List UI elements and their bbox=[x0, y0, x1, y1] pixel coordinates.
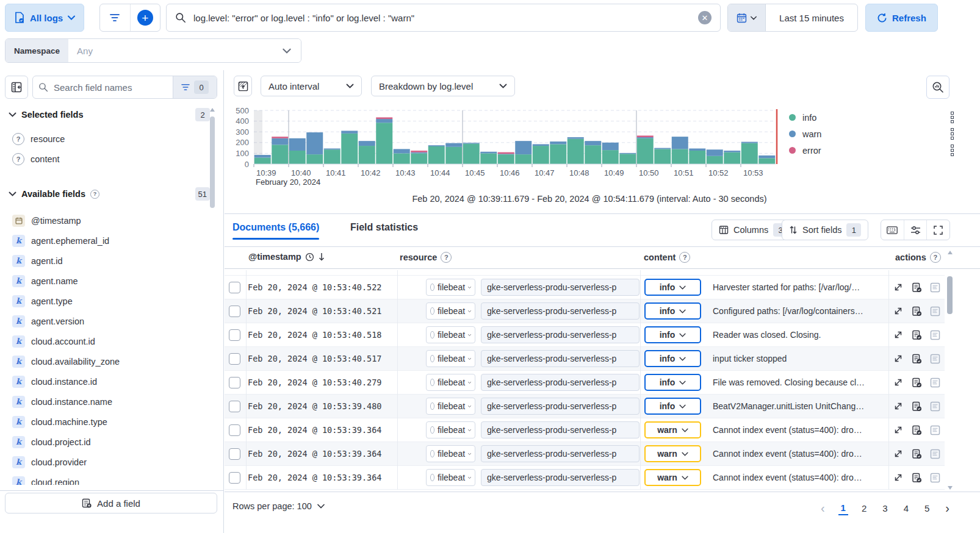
copy-document-icon[interactable] bbox=[912, 377, 922, 388]
query-input[interactable]: log.level: "error" or log.level : "info"… bbox=[193, 13, 691, 23]
row-checkbox[interactable] bbox=[229, 329, 240, 341]
bar-segment-warn[interactable] bbox=[672, 137, 688, 149]
table-row[interactable]: Feb 20, 2024 @ 10:53:39.480 filebeat gke… bbox=[225, 395, 945, 418]
bar-segment-warn[interactable] bbox=[619, 153, 636, 154]
page-button-3[interactable]: 3 bbox=[880, 502, 890, 515]
log-level-badge[interactable]: info bbox=[644, 279, 701, 296]
bar-segment-info[interactable] bbox=[445, 147, 462, 164]
view-details-icon[interactable] bbox=[930, 449, 940, 459]
row-checkbox[interactable] bbox=[229, 401, 240, 412]
view-details-icon[interactable] bbox=[930, 354, 940, 364]
tab-field-statistics[interactable]: Field statistics bbox=[350, 222, 418, 233]
copy-document-icon[interactable] bbox=[912, 306, 922, 317]
bar-segment-info[interactable] bbox=[272, 145, 288, 164]
bar-segment-warn[interactable] bbox=[289, 138, 306, 151]
bar-segment-info[interactable] bbox=[515, 154, 531, 164]
bar-segment-warn[interactable] bbox=[428, 145, 445, 146]
bar-segment-warn[interactable] bbox=[654, 148, 671, 149]
explore-in-lens-button[interactable] bbox=[926, 76, 949, 99]
bar-segment-info[interactable] bbox=[411, 153, 427, 164]
bar-segment-warn[interactable] bbox=[585, 141, 601, 145]
bar-segment-info[interactable] bbox=[306, 154, 323, 164]
log-level-badge[interactable]: warn bbox=[644, 421, 701, 438]
bar-segment-warn[interactable] bbox=[567, 137, 584, 139]
expand-document-icon[interactable] bbox=[893, 377, 903, 387]
rows-per-page-control[interactable]: Rows per page: 100 bbox=[232, 501, 325, 511]
bar-segment-info[interactable] bbox=[463, 144, 480, 164]
copy-document-icon[interactable] bbox=[912, 354, 922, 364]
expand-document-icon[interactable] bbox=[893, 282, 903, 292]
filter-button[interactable] bbox=[100, 4, 131, 31]
bar-segment-info[interactable] bbox=[533, 146, 549, 164]
available-field-item[interactable]: kagent.name bbox=[6, 271, 207, 291]
resource-name-chip[interactable]: gke-serverless-produ-serverless-p bbox=[481, 374, 640, 391]
resource-agent-chip[interactable]: filebeat bbox=[426, 398, 475, 415]
refresh-button[interactable]: Refresh bbox=[865, 4, 938, 32]
view-details-icon[interactable] bbox=[930, 425, 940, 435]
bar-segment-info[interactable] bbox=[619, 154, 636, 164]
sort-fields-button[interactable]: Sort fields 1 bbox=[782, 220, 868, 240]
table-row[interactable]: Feb 20, 2024 @ 10:53:40.521 filebeat gke… bbox=[225, 299, 945, 323]
bar-segment-info[interactable] bbox=[637, 138, 654, 164]
add-field-button[interactable]: Add a field bbox=[5, 493, 217, 513]
bar-segment-warn[interactable] bbox=[341, 131, 358, 133]
resource-agent-chip[interactable]: filebeat bbox=[426, 421, 475, 438]
bar-segment-error[interactable] bbox=[498, 152, 514, 154]
table-row[interactable]: Feb 20, 2024 @ 10:53:40.517 filebeat gke… bbox=[225, 347, 945, 371]
log-level-badge[interactable]: info bbox=[644, 350, 701, 367]
column-header-timestamp[interactable]: @timestamp bbox=[248, 252, 325, 262]
bar-segment-warn[interactable] bbox=[359, 141, 375, 146]
bar-segment-error[interactable] bbox=[272, 137, 288, 138]
bar-segment-info[interactable] bbox=[567, 139, 584, 164]
resource-agent-chip[interactable]: filebeat bbox=[426, 350, 475, 367]
bar-segment-warn[interactable] bbox=[254, 155, 271, 157]
table-row[interactable]: Feb 20, 2024 @ 10:53:40.279 filebeat gke… bbox=[225, 371, 945, 395]
row-checkbox[interactable] bbox=[229, 424, 240, 436]
field-search-input[interactable]: Search field names bbox=[54, 82, 173, 93]
table-row[interactable]: Feb 20, 2024 @ 10:53:39.364 filebeat gke… bbox=[225, 442, 945, 466]
view-details-icon[interactable] bbox=[930, 282, 940, 293]
bar-segment-warn[interactable] bbox=[445, 143, 462, 147]
bar-segment-warn[interactable] bbox=[602, 143, 619, 150]
legend-item-error[interactable]: error bbox=[789, 142, 954, 159]
bar-segment-info[interactable] bbox=[289, 151, 306, 164]
bar-segment-info[interactable] bbox=[758, 158, 775, 164]
bar-segment-warn[interactable] bbox=[376, 119, 392, 123]
bar-segment-error[interactable] bbox=[376, 117, 392, 119]
bar-segment-warn[interactable] bbox=[758, 156, 775, 158]
breakdown-select[interactable]: Breakdown by log.level bbox=[371, 76, 515, 96]
bar-segment-warn[interactable] bbox=[306, 132, 323, 154]
resource-name-chip[interactable]: gke-serverless-produ-serverless-p bbox=[481, 398, 640, 415]
expand-document-icon[interactable] bbox=[893, 306, 903, 316]
bar-segment-warn[interactable] bbox=[637, 137, 654, 138]
bar-segment-info[interactable] bbox=[724, 152, 740, 164]
row-checkbox[interactable] bbox=[229, 448, 240, 460]
interval-select[interactable]: Auto interval bbox=[261, 76, 362, 96]
available-field-item[interactable]: kagent.ephemeral_id bbox=[6, 231, 207, 251]
bar-segment-info[interactable] bbox=[359, 146, 375, 164]
available-field-item[interactable]: kagent.type bbox=[6, 291, 207, 311]
query-bar[interactable]: log.level: "error" or log.level : "info"… bbox=[166, 4, 721, 32]
bar-segment-info[interactable] bbox=[550, 144, 566, 164]
row-checkbox[interactable] bbox=[229, 282, 240, 293]
bar-segment-warn[interactable] bbox=[463, 143, 480, 143]
table-row[interactable]: Feb 20, 2024 @ 10:53:39.364 filebeat gke… bbox=[225, 466, 945, 490]
table-row[interactable]: Feb 20, 2024 @ 10:53:40.518 filebeat gke… bbox=[225, 323, 945, 347]
resource-name-chip[interactable]: gke-serverless-produ-serverless-p bbox=[481, 469, 640, 486]
page-button-4[interactable]: 4 bbox=[901, 502, 911, 515]
resource-name-chip[interactable]: gke-serverless-produ-serverless-p bbox=[481, 326, 640, 343]
resource-name-chip[interactable]: gke-serverless-produ-serverless-p bbox=[481, 350, 640, 367]
bar-segment-error[interactable] bbox=[637, 135, 654, 137]
bar-segment-info[interactable] bbox=[654, 149, 671, 164]
bar-segment-warn[interactable] bbox=[533, 144, 549, 146]
bar-segment-warn[interactable] bbox=[411, 152, 427, 154]
available-field-item[interactable]: @timestamp bbox=[6, 210, 207, 231]
table-row[interactable]: Feb 20, 2024 @ 10:53:40.522 filebeat gke… bbox=[225, 276, 945, 299]
field-filter-button[interactable]: 0 bbox=[173, 76, 217, 98]
available-field-item[interactable]: kcloud.region bbox=[6, 472, 207, 485]
resource-agent-chip[interactable]: filebeat bbox=[426, 469, 475, 486]
resource-agent-chip[interactable]: filebeat bbox=[426, 279, 475, 296]
bar-segment-info[interactable] bbox=[324, 149, 340, 164]
copy-document-icon[interactable] bbox=[912, 425, 922, 435]
copy-document-icon[interactable] bbox=[912, 282, 922, 293]
